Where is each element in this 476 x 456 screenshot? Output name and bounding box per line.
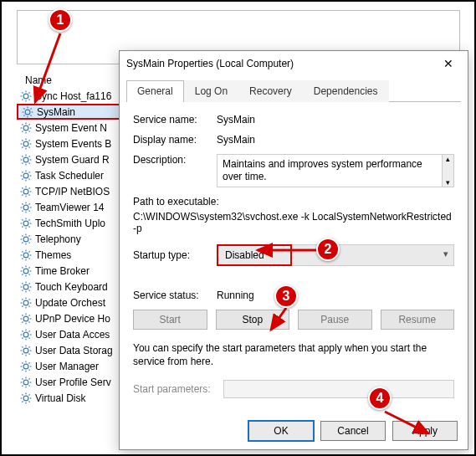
service-list-item[interactable]: Time Broker [17,263,125,279]
service-list-item[interactable]: TCP/IP NetBIOS [17,183,125,199]
label-service-name: Service name: [133,114,217,126]
pause-button[interactable]: Pause [298,310,372,330]
service-list-item[interactable]: User Data Acces [17,326,125,342]
svg-line-61 [22,194,23,195]
gear-icon [20,170,32,182]
svg-line-17 [31,108,32,109]
svg-line-80 [29,219,30,220]
svg-point-0 [23,94,28,99]
tab-general[interactable]: General [126,80,184,102]
apply-button[interactable]: Apply [392,421,458,441]
svg-line-60 [29,194,30,195]
service-item-label: User Profile Serv [35,377,111,388]
gear-icon [22,106,33,118]
service-item-label: Time Broker [35,265,90,277]
gear-icon [20,313,32,325]
service-item-label: System Event N [35,122,107,134]
close-icon[interactable]: ✕ [436,57,461,70]
service-list-item[interactable]: Themes [17,247,125,263]
svg-line-122 [22,299,23,300]
service-list-item[interactable]: Telephony [17,231,125,247]
gear-icon [20,392,32,404]
svg-line-131 [22,315,23,315]
svg-line-26 [29,124,30,125]
label-path: Path to executable: [133,196,454,208]
service-item-label: User Data Storag [35,345,113,356]
ok-button[interactable]: OK [248,421,314,441]
svg-point-135 [23,332,28,337]
gear-icon [20,281,32,293]
service-list-item[interactable]: User Manager [17,358,125,374]
svg-line-51 [29,178,30,179]
services-list[interactable]: Sync Host_fa116SysMainSystem Event NSyst… [17,88,125,406]
svg-line-79 [22,226,23,227]
service-list-item[interactable]: SysMain [17,104,125,120]
svg-line-62 [29,187,30,188]
svg-line-123 [29,305,30,306]
svg-line-149 [22,346,23,347]
service-list-item[interactable]: System Event N [17,120,125,136]
service-list-item[interactable]: System Guard R [17,151,125,167]
service-list-item[interactable]: User Profile Serv [17,374,125,390]
svg-line-97 [22,258,23,259]
gear-icon [20,186,32,197]
service-list-item[interactable]: TeamViewer 14 [17,199,125,215]
start-button[interactable]: Start [133,310,207,330]
svg-point-9 [25,110,30,115]
svg-line-95 [22,251,23,252]
tab-recovery[interactable]: Recovery [238,80,303,102]
svg-point-72 [23,221,28,226]
service-list-item[interactable]: TechSmith Uplo [17,215,125,231]
svg-line-71 [29,203,30,204]
gear-icon [20,345,32,356]
service-item-label: SysMain [37,106,75,118]
service-list-item[interactable]: UPnP Device Ho [17,310,125,326]
cancel-button[interactable]: Cancel [320,421,386,441]
service-list-item[interactable]: Touch Keyboard [17,279,125,295]
gear-icon [20,90,32,102]
service-list-item[interactable]: Update Orchest [17,295,125,310]
svg-line-68 [22,203,23,204]
svg-point-18 [23,126,28,131]
service-list-item[interactable]: System Events B [17,136,125,151]
gear-icon [20,361,32,372]
service-item-label: Sync Host_fa116 [35,90,111,102]
tabs: General Log On Recovery Dependencies [126,79,461,102]
svg-line-23 [22,124,23,125]
gear-icon [20,138,32,150]
svg-line-113 [22,283,23,284]
service-list-item[interactable]: Task Scheduler [17,167,125,183]
svg-line-24 [29,131,30,131]
svg-line-43 [22,162,23,163]
svg-point-36 [23,157,28,162]
service-item-label: UPnP Device Ho [35,313,110,325]
service-list-item[interactable]: Sync Host_fa116 [17,88,125,104]
stop-button[interactable]: Stop [216,310,290,330]
tab-dependencies[interactable]: Dependencies [303,80,389,102]
svg-point-117 [23,300,28,305]
description-scrollbar[interactable]: ▴▾ [443,154,454,187]
service-item-label: TeamViewer 14 [35,202,105,213]
svg-line-77 [22,219,23,220]
tab-log-on[interactable]: Log On [184,80,238,102]
svg-line-89 [29,235,30,236]
svg-point-54 [23,189,28,194]
column-header-name[interactable]: Name [20,72,120,89]
svg-line-170 [29,378,30,379]
service-list-item[interactable]: Virtual Disk [17,390,125,406]
callout-2: 2 [316,238,340,261]
svg-line-167 [22,378,23,379]
startup-type-dropdown[interactable]: Disabled [217,244,292,266]
service-item-label: Telephony [35,233,81,245]
callout-4: 4 [368,387,392,410]
svg-line-161 [29,362,30,363]
resume-button[interactable]: Resume [381,310,455,330]
label-startup-type: Startup type: [133,249,217,261]
svg-line-87 [29,242,30,243]
service-item-label: TechSmith Uplo [35,218,105,229]
svg-line-105 [29,274,30,274]
svg-line-34 [22,146,23,147]
svg-point-99 [23,269,28,274]
svg-line-169 [22,385,23,386]
service-list-item[interactable]: User Data Storag [17,342,125,358]
